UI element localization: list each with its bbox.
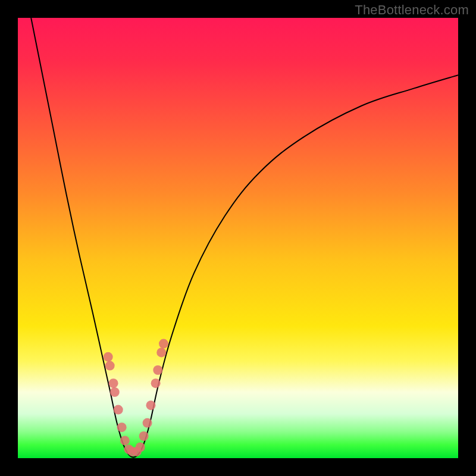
marker-dot [153, 365, 162, 375]
chart-frame: TheBottleneck.com [0, 0, 476, 476]
marker-dot [110, 387, 120, 397]
bottleneck-curve [31, 18, 458, 458]
marker-dot [114, 405, 123, 415]
marker-dots [104, 339, 168, 456]
marker-dot [104, 352, 113, 362]
marker-dot [139, 431, 149, 441]
chart-svg [18, 18, 458, 458]
marker-dot [159, 339, 168, 349]
marker-dot [146, 400, 155, 410]
marker-dot [105, 361, 115, 371]
marker-dot [109, 378, 118, 388]
marker-dot [151, 378, 161, 388]
plot-area [18, 18, 458, 458]
marker-dot [136, 443, 145, 452]
marker-dot [120, 436, 130, 445]
watermark-text: TheBottleneck.com [355, 2, 469, 18]
marker-dot [156, 347, 166, 357]
marker-dot [143, 418, 152, 428]
marker-dot [117, 422, 127, 432]
